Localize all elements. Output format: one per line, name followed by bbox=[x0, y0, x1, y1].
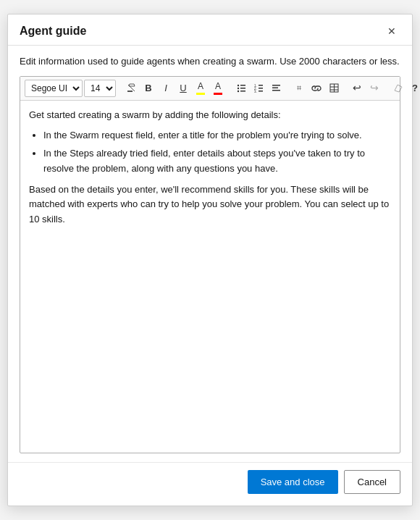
editor-conclusion-text: Based on the details you enter, we'll re… bbox=[29, 183, 391, 227]
dialog-footer: Save and close Cancel bbox=[8, 462, 412, 506]
undo-button[interactable]: ↩ bbox=[349, 80, 365, 97]
close-button[interactable]: ✕ bbox=[383, 25, 400, 38]
svg-rect-0 bbox=[127, 91, 133, 92]
editor-bullet-2: In the Steps already tried field, enter … bbox=[43, 146, 391, 177]
dialog-description: Edit information used to guide agents wh… bbox=[8, 46, 412, 76]
align-button[interactable] bbox=[268, 80, 284, 97]
dialog-title: Agent guide bbox=[20, 25, 86, 38]
svg-text:3.: 3. bbox=[254, 90, 257, 93]
svg-rect-13 bbox=[272, 85, 280, 86]
agent-guide-dialog: Agent guide ✕ Edit information used to g… bbox=[7, 14, 413, 506]
remove-link-button[interactable]: ⌗ bbox=[291, 80, 307, 97]
font-family-select[interactable]: Segoe UI Arial Times New Roman Calibri bbox=[25, 80, 83, 97]
svg-rect-14 bbox=[272, 88, 278, 89]
editor-intro-text: Get started creating a swarm by adding t… bbox=[29, 108, 391, 123]
svg-point-1 bbox=[237, 85, 238, 86]
svg-rect-15 bbox=[272, 90, 280, 91]
clear-format-button[interactable] bbox=[123, 80, 139, 97]
hyperlink-button[interactable] bbox=[308, 80, 324, 97]
editor-content-area[interactable]: Get started creating a swarm by adding t… bbox=[20, 101, 400, 453]
svg-rect-5 bbox=[240, 88, 245, 89]
dialog-header: Agent guide ✕ bbox=[8, 14, 412, 46]
svg-point-3 bbox=[237, 91, 238, 92]
bullets-button[interactable] bbox=[233, 80, 249, 97]
underline-button[interactable]: U bbox=[175, 80, 191, 97]
svg-rect-11 bbox=[259, 88, 263, 89]
editor-bullet-1: In the Swarm request field, enter a titl… bbox=[43, 128, 391, 143]
help-button[interactable]: ? bbox=[407, 80, 420, 97]
bold-button[interactable]: B bbox=[140, 80, 156, 97]
svg-point-2 bbox=[237, 88, 238, 89]
numbering-button[interactable]: 1. 2. 3. bbox=[251, 80, 266, 97]
paint-format-button[interactable] bbox=[390, 80, 406, 97]
svg-rect-10 bbox=[259, 85, 263, 86]
editor-toolbar: Segoe UI Arial Times New Roman Calibri 8… bbox=[20, 77, 400, 101]
redo-button[interactable]: ↪ bbox=[366, 80, 382, 97]
cancel-button[interactable]: Cancel bbox=[344, 470, 400, 494]
table-button[interactable] bbox=[326, 80, 342, 97]
save-close-button[interactable]: Save and close bbox=[248, 470, 338, 494]
italic-button[interactable]: I bbox=[158, 80, 174, 97]
font-size-select[interactable]: 8 9 10 11 12 14 16 18 20 24 bbox=[84, 80, 116, 97]
svg-rect-4 bbox=[240, 85, 245, 86]
svg-rect-6 bbox=[240, 91, 245, 92]
font-color-button[interactable]: A bbox=[210, 80, 226, 97]
svg-rect-12 bbox=[259, 91, 263, 92]
highlight-button[interactable]: A bbox=[193, 80, 209, 97]
rich-text-editor[interactable]: Segoe UI Arial Times New Roman Calibri 8… bbox=[20, 76, 400, 454]
